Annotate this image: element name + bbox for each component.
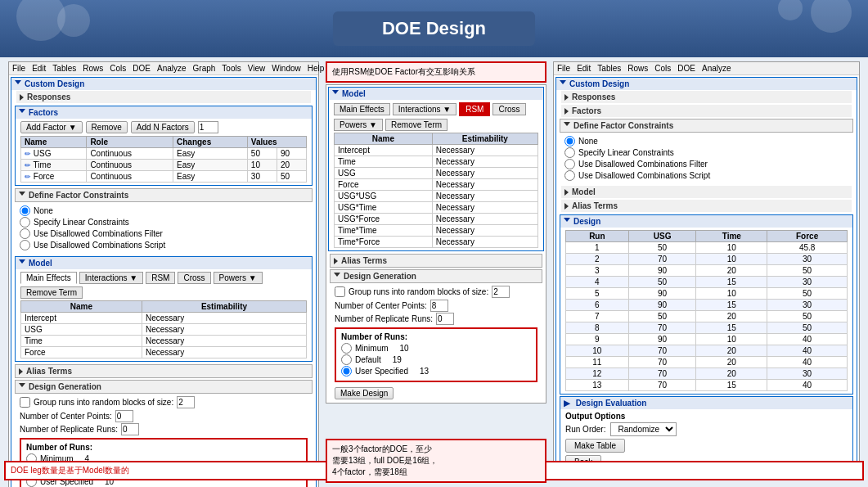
remove-button[interactable]: Remove <box>86 121 128 133</box>
make-design-button-mid[interactable]: Make Design <box>335 387 394 399</box>
tab-powers-left[interactable]: Powers ▼ <box>214 272 263 284</box>
replicate-runs-input[interactable] <box>121 423 139 435</box>
custom-design-right: Custom Design Responses Factors <box>555 77 857 477</box>
radio-linear-input[interactable] <box>20 217 30 228</box>
tab-interactions-mid[interactable]: Interactions ▼ <box>393 103 456 115</box>
tab-rsm-left[interactable]: RSM <box>146 272 175 284</box>
factors-right: Factors <box>556 104 857 118</box>
model-content-left: Main Effects Interactions ▼ RSM Cross Po… <box>16 269 312 361</box>
menu-view[interactable]: View <box>248 64 266 73</box>
r-menu-cols[interactable]: Cols <box>654 64 671 73</box>
model-header-right[interactable]: Model <box>561 186 852 198</box>
radio-none-input[interactable] <box>20 205 30 216</box>
add-n-factors-button[interactable]: Add N Factors <box>131 121 195 133</box>
radio-linear: Specify Linear Constraints <box>20 217 308 228</box>
radio-script-input-right[interactable] <box>564 170 575 181</box>
radio-user-input-mid[interactable] <box>341 366 352 377</box>
tab-remove-term-mid[interactable]: Remove Term <box>385 119 447 131</box>
radio-min-input-mid[interactable] <box>341 343 352 354</box>
make-table-button[interactable]: Make Table <box>565 439 625 453</box>
radio-none-input-right[interactable] <box>564 136 575 147</box>
tab-main-effects-mid[interactable]: Main Effects <box>334 103 390 115</box>
radio-script-label: Use Disallowed Combinations Script <box>34 241 165 250</box>
factors-header-right[interactable]: Factors <box>561 105 852 117</box>
r-menu-analyze[interactable]: Analyze <box>702 64 731 73</box>
radio-linear-right: Specify Linear Constraints <box>564 147 848 158</box>
model-header-mid[interactable]: Model <box>329 88 543 100</box>
menu-analyze[interactable]: Analyze <box>157 64 187 73</box>
design-gen-header-left[interactable]: Design Generation <box>15 380 313 394</box>
group-runs-checkbox-mid[interactable] <box>335 286 345 297</box>
tab-powers-mid[interactable]: Powers ▼ <box>334 119 383 131</box>
model-header-left[interactable]: Model <box>16 257 312 269</box>
design-gen-header-mid[interactable]: Design Generation <box>330 269 542 283</box>
tab-cross-left[interactable]: Cross <box>178 272 210 284</box>
alias-terms-mid: Alias Terms <box>326 253 546 268</box>
menu-file[interactable]: File <box>12 64 25 73</box>
output-options-label: Output Options <box>565 412 848 421</box>
min-value-mid: 10 <box>400 344 409 353</box>
tab-main-effects-left[interactable]: Main Effects <box>20 272 77 284</box>
menu-doe[interactable]: DOE <box>133 64 151 73</box>
radio-script: Use Disallowed Combinations Script <box>20 240 308 250</box>
menu-tables[interactable]: Tables <box>52 64 76 73</box>
radio-script-input[interactable] <box>20 240 30 250</box>
run-order-select[interactable]: Randomize Sequential <box>610 422 677 436</box>
menu-edit[interactable]: Edit <box>32 64 46 73</box>
tab-cross-mid[interactable]: Cross <box>492 103 525 115</box>
right-menubar: File Edit Tables Rows Cols DOE Analyze <box>554 62 859 75</box>
custom-design-header-right[interactable]: Custom Design <box>556 78 857 90</box>
col-time: Time <box>696 231 767 242</box>
add-factor-button[interactable]: Add Factor ▼ <box>20 121 83 133</box>
tab-interactions-left[interactable]: Interactions ▼ <box>79 272 143 284</box>
custom-design-section: Custom Design Responses Factors <box>11 77 317 487</box>
n-factors-input[interactable] <box>198 121 218 133</box>
center-points-input[interactable] <box>115 410 133 422</box>
radio-filter-input[interactable] <box>20 228 30 239</box>
dfc-header-right[interactable]: Define Factor Constraints <box>560 119 853 133</box>
alias-triangle-left <box>19 368 23 375</box>
custom-design-header[interactable]: Custom Design <box>11 78 316 90</box>
dfc-header[interactable]: Define Factor Constraints <box>15 188 313 202</box>
group-runs-input-mid[interactable] <box>492 286 510 298</box>
factors-header[interactable]: Factors <box>16 106 312 119</box>
r-menu-edit[interactable]: Edit <box>577 64 591 73</box>
radio-filter: Use Disallowed Combinations Filter <box>20 228 308 239</box>
menu-graph[interactable]: Graph <box>193 64 216 73</box>
deco-circle <box>811 0 852 33</box>
r-menu-doe[interactable]: DOE <box>677 64 695 73</box>
model-triangle-right <box>564 189 569 196</box>
radio-linear-input-right[interactable] <box>564 147 575 158</box>
alias-header-right[interactable]: Alias Terms <box>561 200 852 212</box>
table-row: ✏ Time Continuous Easy 10 20 <box>21 160 307 171</box>
center-points-input-mid[interactable] <box>430 300 448 312</box>
radio-filter-input-right[interactable] <box>564 159 575 169</box>
r-menu-file[interactable]: File <box>557 64 570 73</box>
design-header-right[interactable]: Design <box>560 215 852 228</box>
table-row: ✏ USG Continuous Easy 50 90 <box>21 148 307 160</box>
tab-remove-term-left[interactable]: Remove Term <box>20 286 83 299</box>
design-eval-header[interactable]: ▶ Design Evaluation <box>560 397 852 409</box>
menu-help[interactable]: Help <box>308 64 325 73</box>
col-force: Force <box>767 231 848 242</box>
menu-tools[interactable]: Tools <box>222 64 241 73</box>
user-value-mid: 13 <box>420 367 429 376</box>
tab-rsm-mid[interactable]: RSM <box>459 102 490 116</box>
factors-label: Factors <box>29 108 58 117</box>
r-menu-rows[interactable]: Rows <box>627 64 648 73</box>
table-row: 2701030 <box>566 254 848 265</box>
center-points-label: Number of Center Points: <box>20 412 112 421</box>
radio-default-input-mid[interactable] <box>341 354 352 365</box>
replicate-runs-input-mid[interactable] <box>436 313 454 325</box>
alias-header-mid[interactable]: Alias Terms <box>330 254 542 268</box>
responses-header-right[interactable]: Responses <box>561 91 852 103</box>
r-menu-tables[interactable]: Tables <box>597 64 621 73</box>
menu-rows[interactable]: Rows <box>83 64 103 73</box>
group-runs-input[interactable] <box>177 396 195 408</box>
responses-header[interactable]: Responses <box>16 91 311 103</box>
runs-title-mid: Number of Runs: <box>341 332 531 341</box>
alias-header-left[interactable]: Alias Terms <box>15 364 313 378</box>
group-runs-checkbox[interactable] <box>20 397 30 408</box>
menu-window[interactable]: Window <box>272 64 301 73</box>
menu-cols[interactable]: Cols <box>110 64 126 73</box>
